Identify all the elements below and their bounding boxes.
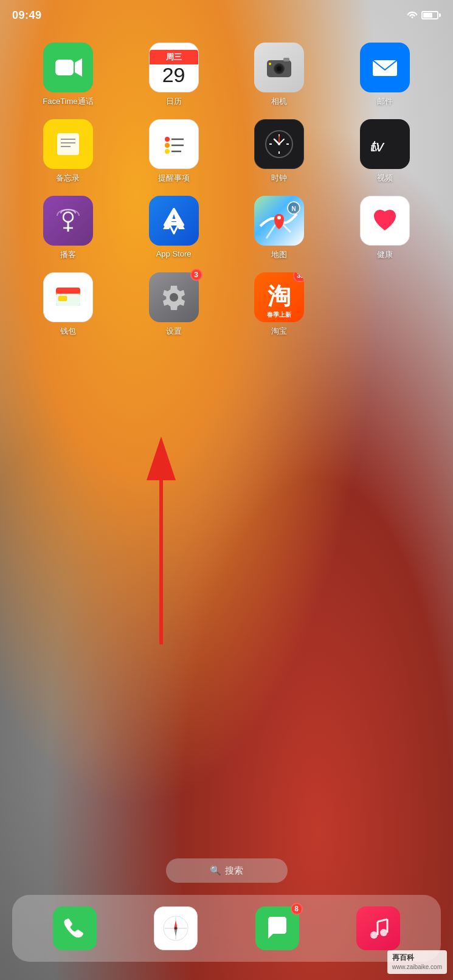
app-maps-label: 地图 xyxy=(271,249,287,260)
svg-point-33 xyxy=(63,212,73,222)
svg-text:淘: 淘 xyxy=(268,283,291,309)
taobao-badge: 35 xyxy=(293,272,304,282)
svg-rect-7 xyxy=(283,58,289,61)
app-taobao-label: 淘宝 xyxy=(271,326,287,337)
svg-point-39 xyxy=(277,216,281,219)
app-notes[interactable]: 备忘录 xyxy=(18,119,118,184)
app-settings[interactable]: 3 设置 xyxy=(124,272,224,337)
dock-music[interactable] xyxy=(356,906,400,950)
app-tv-label: 视频 xyxy=(377,173,393,184)
app-camera-label: 相机 xyxy=(271,96,287,107)
dock-safari[interactable] xyxy=(154,906,198,950)
watermark: 再百科 www.zaibaike.com xyxy=(387,950,447,974)
settings-badge: 3 xyxy=(190,269,202,281)
app-wallet[interactable]: 钱包 xyxy=(18,272,118,337)
app-reminders[interactable]: 提醒事项 xyxy=(124,119,224,184)
app-reminders-label: 提醒事项 xyxy=(158,173,190,184)
app-appstore[interactable]: App Store xyxy=(124,196,224,260)
app-camera[interactable]: 相机 xyxy=(230,43,330,107)
dock: 8 xyxy=(12,895,441,962)
status-time: 09:49 xyxy=(12,9,42,22)
app-health[interactable]: 健康 xyxy=(335,196,435,260)
watermark-text: 再百科 www.zaibaike.com xyxy=(392,953,442,971)
svg-point-19 xyxy=(165,149,170,154)
app-podcasts-label: 播客 xyxy=(60,249,76,260)
svg-point-8 xyxy=(269,63,271,65)
wifi-icon xyxy=(407,10,418,21)
app-appstore-label: App Store xyxy=(156,249,192,258)
svg-point-58 xyxy=(370,931,378,939)
search-label: 搜索 xyxy=(225,865,243,877)
messages-badge: 8 xyxy=(291,903,303,915)
app-health-label: 健康 xyxy=(377,249,393,260)
app-calendar-label: 日历 xyxy=(166,96,182,107)
search-icon: 🔍 xyxy=(210,865,221,876)
svg-rect-44 xyxy=(56,288,80,294)
status-icons xyxy=(407,10,441,21)
svg-point-59 xyxy=(380,929,387,936)
app-taobao[interactable]: 35 淘 春季上新 淘宝 xyxy=(230,272,330,337)
svg-marker-1 xyxy=(75,58,82,77)
svg-rect-46 xyxy=(58,296,67,301)
app-calendar[interactable]: 周三 29 日历 xyxy=(124,43,224,107)
svg-point-30 xyxy=(278,143,280,145)
svg-rect-11 xyxy=(57,133,79,155)
app-tv[interactable]: tv tv 视频 xyxy=(335,119,435,184)
app-facetime-label: FaceTime通话 xyxy=(43,96,93,107)
app-maps[interactable]: N 地图 xyxy=(230,196,330,260)
app-clock-label: 时钟 xyxy=(271,173,287,184)
status-bar: 09:49 xyxy=(0,0,453,30)
app-grid: FaceTime通话 周三 29 日历 相机 xyxy=(0,36,453,343)
svg-point-57 xyxy=(175,927,177,930)
svg-line-62 xyxy=(378,919,387,922)
search-bar[interactable]: 🔍 搜索 xyxy=(166,858,288,883)
app-settings-label: 设置 xyxy=(166,326,182,337)
app-clock[interactable]: 时钟 xyxy=(230,119,330,184)
calendar-day: 29 xyxy=(162,64,185,85)
battery-icon xyxy=(421,11,441,19)
svg-point-17 xyxy=(165,143,170,148)
svg-point-47 xyxy=(170,293,178,302)
svg-point-6 xyxy=(277,66,282,71)
svg-text:N: N xyxy=(292,205,296,212)
svg-rect-0 xyxy=(55,60,74,75)
app-facetime[interactable]: FaceTime通话 xyxy=(18,43,118,107)
app-notes-label: 备忘录 xyxy=(56,173,80,184)
app-mail-label: 邮件 xyxy=(377,96,393,107)
calendar-weekday: 周三 xyxy=(150,50,198,64)
svg-text:tv: tv xyxy=(370,140,379,154)
app-podcasts[interactable]: 播客 xyxy=(18,196,118,260)
dock-messages[interactable]: 8 xyxy=(255,906,299,950)
app-wallet-label: 钱包 xyxy=(60,326,76,337)
svg-point-15 xyxy=(165,137,170,142)
app-mail[interactable]: 邮件 xyxy=(335,43,435,107)
dock-phone[interactable] xyxy=(53,906,97,950)
